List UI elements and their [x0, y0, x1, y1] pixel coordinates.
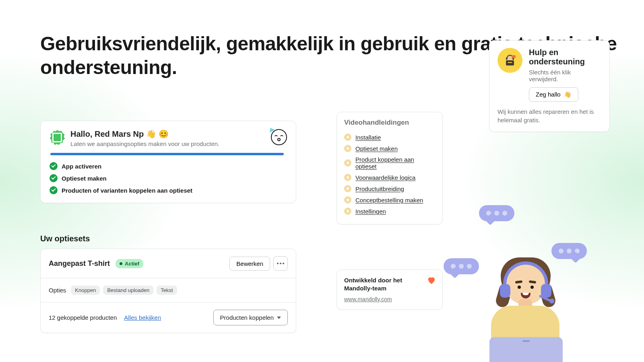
check-icon — [50, 186, 58, 194]
wave-emoji: 👋 😊 — [146, 129, 169, 139]
edit-button[interactable]: Bewerken — [229, 257, 270, 271]
link-products-dropdown[interactable]: Producten koppelen — [213, 310, 288, 325]
play-icon — [344, 196, 351, 204]
video-item-conceptbestelling[interactable]: Conceptbestelling maken — [344, 194, 435, 206]
onboarding-step-3[interactable]: Producten of varianten koppelen aan opti… — [50, 184, 287, 196]
wave-icon: 👋 — [564, 91, 572, 98]
video-item-optieset-maken[interactable]: Optieset maken — [344, 143, 435, 154]
options-label: Opties — [49, 287, 66, 294]
ellipsis-icon — [277, 263, 284, 264]
support-illustration — [455, 233, 588, 362]
chat-bubble-icon — [479, 205, 514, 221]
option-chip: Bestand uploaden — [103, 286, 153, 295]
chevron-down-icon — [277, 317, 281, 319]
optionset-title: Aangepast T-shirt — [49, 259, 110, 268]
developer-link[interactable]: www.mandolly.com — [344, 296, 392, 302]
svg-point-2 — [508, 56, 512, 60]
play-icon — [344, 159, 351, 167]
play-icon — [344, 208, 351, 215]
app-gear-icon — [50, 130, 65, 145]
greeting: Hallo, Red Mars Np 👋 😊 — [70, 129, 219, 139]
help-title: Hulp en ondersteuning — [529, 48, 601, 66]
status-badge: Actief — [116, 259, 143, 268]
developed-by-title: Ontwikkeld door het Mandolly-team — [344, 276, 435, 293]
play-icon — [344, 145, 351, 152]
video-item-voorwaardelijke-logica[interactable]: Voorwaardelijke logica — [344, 172, 435, 183]
heart-icon — [427, 276, 436, 284]
say-hello-button[interactable]: Zeg hallo 👋 — [529, 87, 578, 102]
video-item-installatie[interactable]: Installatie — [344, 132, 435, 143]
optionsets-heading: Uw optiesets — [40, 234, 90, 243]
svg-rect-1 — [508, 62, 512, 63]
video-item-instellingen[interactable]: Instellingen — [344, 206, 435, 217]
view-all-link[interactable]: Alles bekijken — [124, 314, 161, 321]
celebrate-icon — [271, 129, 287, 145]
svg-rect-5 — [512, 55, 516, 58]
onboarding-step-1[interactable]: App activeren — [50, 160, 287, 172]
option-chip: Knoppen — [71, 286, 100, 295]
onboarding-progress-bar — [50, 153, 284, 155]
help-support-card: Hulp en ondersteuning Slechts één klik v… — [489, 40, 610, 132]
play-icon — [344, 174, 351, 181]
check-icon — [50, 174, 58, 182]
more-actions-button[interactable] — [273, 256, 288, 271]
greeting-subtitle: Laten we aanpassingsopties maken voor uw… — [70, 140, 219, 147]
linked-products-count: 12 gekoppelde producten — [49, 314, 117, 321]
onboarding-step-2[interactable]: Optieset maken — [50, 172, 287, 184]
video-guides-card: Videohandleidingen Installatie Optieset … — [336, 112, 443, 224]
chat-bubble-icon — [444, 258, 479, 274]
support-agent-icon — [497, 48, 522, 73]
check-icon — [50, 162, 58, 170]
video-item-productuitbreiding[interactable]: Productuitbreiding — [344, 183, 435, 194]
optionsets-card: Aangepast T-shirt Actief Bewerken Opties… — [40, 249, 296, 333]
help-subtitle: Slechts één klik verwijderd. — [529, 69, 601, 82]
play-icon — [344, 134, 351, 141]
developed-by-card: Ontwikkeld door het Mandolly-team www.ma… — [336, 269, 443, 310]
video-guides-title: Videohandleidingen — [344, 119, 435, 127]
onboarding-card: Hallo, Red Mars Np 👋 😊 Laten we aanpassi… — [40, 121, 296, 203]
video-item-product-koppelen[interactable]: Product koppelen aan optieset — [344, 154, 435, 172]
help-footer-text: Wij kunnen alles repareren en het is hel… — [497, 107, 601, 124]
svg-rect-3 — [506, 58, 508, 60]
option-chip: Tekst — [157, 286, 177, 295]
play-icon — [344, 185, 351, 192]
